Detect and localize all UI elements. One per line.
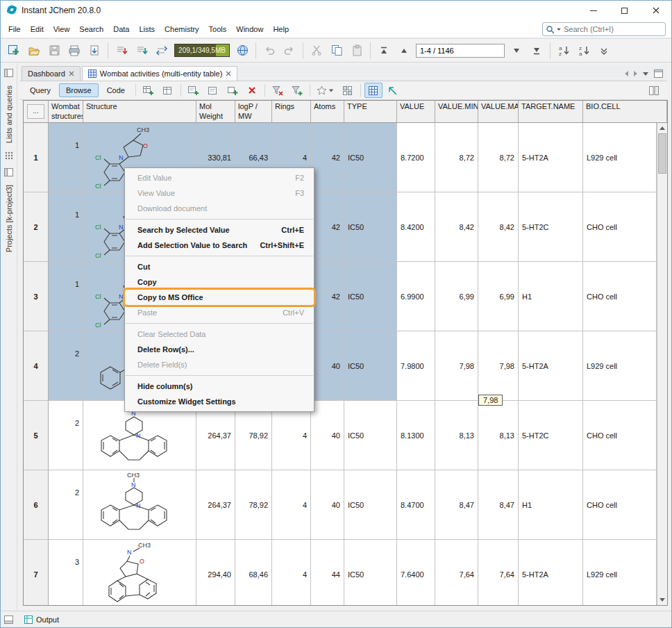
rings-cell[interactable]: 4 bbox=[272, 540, 311, 605]
column-header-[interactable]: ... bbox=[24, 101, 49, 123]
atoms-cell[interactable]: 42 bbox=[311, 192, 344, 262]
value-min-cell[interactable]: 8,42 bbox=[435, 192, 478, 262]
value-max-cell[interactable]: 7,64 bbox=[478, 540, 519, 605]
maximize-button[interactable] bbox=[609, 1, 640, 20]
value-min-cell[interactable]: 8,72 bbox=[435, 123, 478, 192]
context-menu-item-customize-widget-settings[interactable]: Customize Widget Settings bbox=[125, 394, 314, 409]
row-number-cell[interactable]: 1 bbox=[24, 123, 49, 192]
value-min-cell[interactable]: 8,47 bbox=[435, 470, 478, 540]
query-mode-button[interactable]: Query bbox=[23, 83, 58, 97]
wombat-count-cell[interactable]: 1 bbox=[49, 192, 83, 262]
wombat-count-cell[interactable]: 2 bbox=[49, 470, 83, 540]
sort-options-button[interactable] bbox=[594, 42, 614, 60]
menu-item-lists[interactable]: Lists bbox=[134, 22, 160, 36]
grid-mode-toggle[interactable] bbox=[364, 83, 383, 98]
atoms-cell[interactable]: 40 bbox=[311, 470, 344, 540]
sort-descending-button[interactable]: za bbox=[574, 42, 594, 60]
row-number-cell[interactable]: 5 bbox=[24, 401, 49, 470]
wombat-count-cell[interactable]: 2 bbox=[49, 401, 83, 470]
target-name-cell[interactable]: 5-HT2C bbox=[519, 192, 583, 262]
import-structures-button[interactable] bbox=[132, 42, 151, 60]
open-button[interactable] bbox=[24, 42, 44, 60]
value-cell[interactable]: 7.6400 bbox=[397, 540, 435, 605]
type-cell[interactable]: IC50 bbox=[344, 262, 397, 331]
type-cell[interactable]: IC50 bbox=[344, 192, 397, 262]
column-header-atoms[interactable]: Atoms bbox=[311, 101, 344, 123]
vertical-scrollbar[interactable] bbox=[657, 123, 667, 605]
scroll-tabs-right-icon[interactable] bbox=[634, 71, 637, 76]
sort-ascending-button[interactable]: az bbox=[554, 42, 573, 60]
context-menu-item-copy[interactable]: Copy bbox=[125, 274, 314, 290]
print-button[interactable] bbox=[65, 42, 84, 60]
prev-record-button[interactable] bbox=[394, 42, 414, 60]
dock-pane-icon[interactable] bbox=[4, 615, 13, 624]
import-file-button[interactable] bbox=[112, 42, 131, 60]
last-record-button[interactable] bbox=[527, 42, 546, 60]
sidebar-item-lists-and-queries[interactable]: Lists and queries bbox=[5, 85, 13, 143]
value-max-cell[interactable]: 8,72 bbox=[478, 123, 519, 192]
value-max-cell[interactable]: 8,13 bbox=[478, 401, 519, 470]
column-header-logp-mw[interactable]: logP / MW bbox=[235, 101, 272, 123]
scrollbar-thumb[interactable] bbox=[658, 133, 666, 174]
value-max-cell[interactable]: 7,98 bbox=[478, 331, 519, 401]
record-range-input[interactable] bbox=[416, 44, 505, 58]
menu-item-search[interactable]: Search bbox=[74, 22, 108, 36]
bio-cell-cell[interactable]: CHO cell bbox=[583, 470, 657, 540]
add-row-button[interactable] bbox=[224, 83, 242, 98]
row-number-cell[interactable]: 2 bbox=[24, 192, 49, 262]
reset-search-button[interactable] bbox=[269, 83, 287, 98]
column-header-target-name[interactable]: TARGET.NAME bbox=[519, 101, 583, 123]
schema-sync-button[interactable] bbox=[152, 42, 171, 60]
target-name-cell[interactable]: 5-HT2A bbox=[519, 123, 583, 192]
value-max-cell[interactable]: 8,47 bbox=[478, 470, 519, 540]
mol-weight-cell[interactable]: 294,40 bbox=[196, 540, 235, 605]
scroll-up-button[interactable] bbox=[657, 123, 667, 133]
logp-mw-cell[interactable]: 78,92 bbox=[235, 470, 272, 540]
column-header-value-ma[interactable]: VALUE.MA bbox=[478, 101, 519, 123]
column-settings-button[interactable] bbox=[645, 83, 663, 98]
bio-cell-cell[interactable]: L929 cell bbox=[583, 540, 657, 605]
next-record-button[interactable] bbox=[507, 42, 526, 60]
structure-cell[interactable]: CH3 N N bbox=[83, 470, 196, 540]
dock-pane-icon[interactable] bbox=[4, 69, 13, 77]
target-name-cell[interactable]: 5-HT2A bbox=[519, 540, 583, 605]
favorites-button[interactable] bbox=[314, 83, 337, 98]
cut-button[interactable] bbox=[307, 42, 326, 60]
manage-form-view-button[interactable] bbox=[204, 83, 222, 98]
bio-cell-cell[interactable]: CHO cell bbox=[583, 192, 657, 262]
first-record-button[interactable] bbox=[374, 42, 394, 60]
menu-item-data[interactable]: Data bbox=[108, 22, 134, 36]
wombat-count-cell[interactable]: 2 bbox=[49, 331, 83, 401]
menu-item-tools[interactable]: Tools bbox=[204, 22, 232, 36]
close-icon[interactable] bbox=[69, 71, 74, 76]
manage-grid-view-button[interactable] bbox=[159, 83, 177, 98]
menu-item-help[interactable]: Help bbox=[268, 22, 294, 36]
value-min-cell[interactable]: 7,64 bbox=[435, 540, 478, 605]
tab-list-chevron-icon[interactable] bbox=[643, 72, 648, 76]
context-menu-item-search-by-selected-value[interactable]: Search by Selected ValueCtrl+E bbox=[125, 222, 314, 238]
atoms-cell[interactable]: 44 bbox=[311, 540, 344, 605]
value-cell[interactable]: 8.4200 bbox=[397, 192, 435, 262]
search-scope-chevron-icon[interactable] bbox=[557, 28, 561, 31]
target-name-cell[interactable]: 5-HT2A bbox=[519, 331, 583, 401]
type-cell[interactable]: IC50 bbox=[344, 540, 397, 605]
value-min-cell[interactable]: 8,13 bbox=[435, 401, 478, 470]
context-menu-item-add-selection-value-to-search[interactable]: Add Selection Value to SearchCtrl+Shift+… bbox=[125, 238, 314, 253]
new-form-view-button[interactable] bbox=[185, 83, 203, 98]
close-icon[interactable] bbox=[226, 71, 231, 76]
new-button[interactable] bbox=[4, 42, 24, 60]
value-cell[interactable]: 6.9900 bbox=[397, 262, 435, 331]
form-mode-toggle[interactable] bbox=[384, 83, 402, 98]
mol-weight-cell[interactable]: 264,37 bbox=[196, 470, 235, 540]
menu-item-chemistry[interactable]: Chemistry bbox=[160, 22, 204, 36]
new-grid-view-button[interactable] bbox=[140, 83, 158, 98]
code-mode-button[interactable]: Code bbox=[100, 83, 132, 97]
logp-mw-cell[interactable]: 68,46 bbox=[235, 540, 272, 605]
target-name-cell[interactable]: 5-HT2C bbox=[519, 401, 583, 470]
column-header-mol-weight[interactable]: Mol Weight bbox=[196, 101, 235, 123]
type-cell[interactable]: IC50 bbox=[344, 401, 397, 470]
widget-settings-button[interactable] bbox=[339, 83, 357, 98]
scroll-tabs-left-icon[interactable] bbox=[625, 71, 628, 76]
add-filter-button[interactable] bbox=[288, 83, 306, 98]
context-menu-item-hide-column-s[interactable]: Hide column(s) bbox=[125, 379, 314, 394]
